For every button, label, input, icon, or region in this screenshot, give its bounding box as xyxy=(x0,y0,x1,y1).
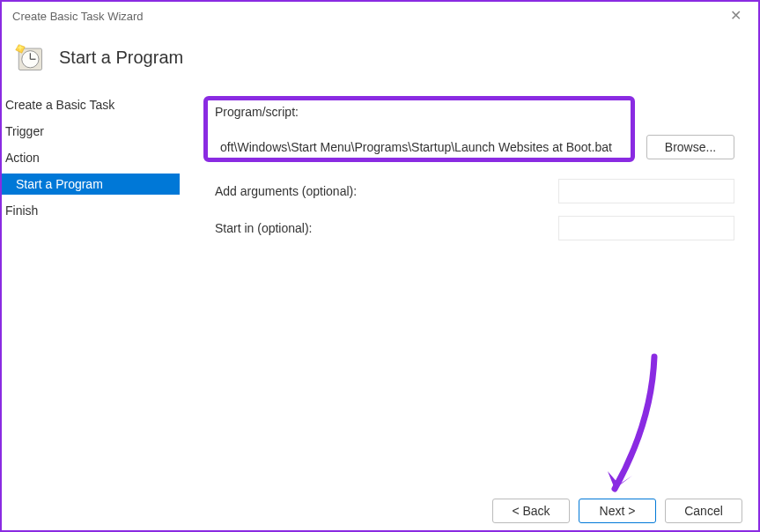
wizard-window: Create Basic Task Wizard ✕ Start a Progr… xyxy=(0,0,760,532)
wizard-content: Program/script: Browse... Add arguments … xyxy=(180,85,758,530)
clock-program-icon xyxy=(14,42,45,73)
wizard-steps-sidebar: Create a Basic Task Trigger Action Start… xyxy=(2,85,180,530)
add-arguments-label: Add arguments (optional): xyxy=(215,184,550,198)
add-arguments-input[interactable] xyxy=(558,179,734,203)
program-script-label: Program/script: xyxy=(215,105,299,119)
page-title: Start a Program xyxy=(59,48,183,68)
back-button[interactable]: < Back xyxy=(492,499,570,523)
window-title: Create Basic Task Wizard xyxy=(9,10,719,23)
wizard-header: Start a Program xyxy=(2,30,758,85)
sidebar-item-create-basic-task[interactable]: Create a Basic Task xyxy=(2,94,180,115)
title-bar: Create Basic Task Wizard ✕ xyxy=(2,2,758,30)
program-script-input[interactable] xyxy=(215,135,638,159)
cancel-button[interactable]: Cancel xyxy=(665,499,742,523)
browse-button[interactable]: Browse... xyxy=(646,135,734,159)
sidebar-item-finish[interactable]: Finish xyxy=(2,200,180,221)
wizard-button-bar: < Back Next > Cancel xyxy=(492,499,742,523)
sidebar-item-trigger[interactable]: Trigger xyxy=(2,121,180,142)
close-icon[interactable]: ✕ xyxy=(719,9,751,23)
start-in-label: Start in (optional): xyxy=(215,221,550,235)
wizard-body: Create a Basic Task Trigger Action Start… xyxy=(2,85,758,530)
sidebar-item-action[interactable]: Action xyxy=(2,147,180,168)
sidebar-item-start-a-program[interactable]: Start a Program xyxy=(2,174,180,195)
start-in-input[interactable] xyxy=(558,216,734,240)
next-button[interactable]: Next > xyxy=(579,499,656,523)
